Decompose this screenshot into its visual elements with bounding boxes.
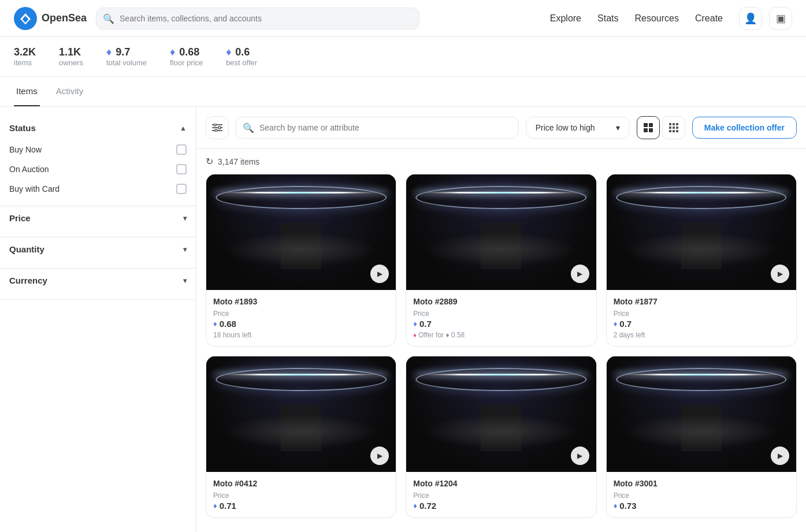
stat-volume: ♦ 9.7 total volume — [106, 46, 147, 67]
nft-name: Moto #1877 — [614, 297, 789, 306]
on-auction-checkbox[interactable] — [176, 164, 187, 174]
header: OpenSea 🔍 Explore Stats Resources Create… — [0, 0, 806, 37]
volume-label: total volume — [106, 58, 147, 67]
nft-card-info: Moto #3001 Price ♦ 0.73 — [607, 472, 796, 518]
svg-rect-8 — [644, 128, 648, 132]
global-search-input[interactable] — [96, 8, 419, 29]
sort-label: Price low to high — [536, 123, 595, 132]
best-offer-value: ♦ 0.6 — [226, 46, 257, 58]
play-icon[interactable]: ▶ — [571, 265, 589, 283]
nft-price-label: Price — [213, 310, 389, 318]
status-header[interactable]: Status ▲ — [9, 116, 187, 140]
logo[interactable]: OpenSea — [14, 7, 87, 30]
nft-card[interactable]: ▶ Moto #1204 Price ♦ 0.72 — [406, 356, 596, 518]
tab-activity[interactable]: Activity — [54, 77, 86, 106]
price-header[interactable]: Price ▾ — [9, 206, 187, 230]
nft-card-info: Moto #1877 Price ♦ 0.7 2 days left — [607, 290, 796, 346]
nft-grid: ▶ Moto #1893 Price ♦ 0.68 18 hours left … — [206, 174, 797, 532]
nft-glow-ring — [416, 368, 586, 391]
wallet-icon-button[interactable]: ▣ — [769, 7, 792, 30]
svg-rect-7 — [649, 123, 653, 127]
sort-dropdown[interactable]: Price low to high ▾ — [526, 117, 630, 139]
filter-toggle-button[interactable] — [206, 116, 229, 139]
global-search: 🔍 — [96, 8, 419, 29]
quantity-header[interactable]: Quantity ▾ — [9, 237, 187, 261]
nft-card-info: Moto #0412 Price ♦ 0.71 — [206, 472, 396, 518]
nft-card[interactable]: ▶ Moto #0412 Price ♦ 0.71 — [206, 356, 396, 518]
nft-price-label: Price — [614, 310, 789, 318]
nav: Explore Stats Resources Create — [550, 13, 723, 24]
nft-scene — [206, 174, 396, 290]
nft-card-info: Moto #1204 Price ♦ 0.72 — [406, 472, 596, 518]
nft-name: Moto #3001 — [614, 479, 789, 488]
tabs: Items Activity — [0, 77, 806, 107]
eth-icon: ♦ — [413, 319, 417, 328]
nft-sublabel: 18 hours left — [213, 331, 389, 339]
search-icon: 🔍 — [103, 13, 114, 24]
items-count-label: 3,147 items — [218, 157, 259, 166]
grid-small-button[interactable] — [662, 116, 685, 139]
owners-value: 1.1K — [59, 46, 83, 58]
main-layout: Status ▲ Buy Now On Auction Buy with Car… — [0, 107, 806, 532]
buy-now-checkbox[interactable] — [176, 144, 187, 155]
nft-silhouette — [281, 223, 321, 269]
status-section: Status ▲ Buy Now On Auction Buy with Car… — [0, 116, 196, 206]
nft-silhouette — [481, 223, 521, 269]
nft-price: 0.71 — [220, 501, 236, 511]
nft-card-image: ▶ — [406, 356, 596, 472]
eth-symbol-floor: ♦ — [170, 46, 175, 58]
tab-items[interactable]: Items — [14, 77, 40, 106]
nav-create[interactable]: Create — [695, 13, 723, 24]
nav-stats[interactable]: Stats — [597, 13, 618, 24]
price-label: Price — [9, 213, 31, 223]
items-count: ↻ 3,147 items — [206, 149, 797, 174]
play-icon[interactable]: ▶ — [771, 265, 789, 283]
item-search-input[interactable] — [236, 117, 519, 139]
buy-with-card-checkbox[interactable] — [176, 184, 187, 194]
logo-icon — [14, 7, 37, 30]
eth-symbol-offer: ♦ — [226, 46, 231, 58]
nft-price-value: ♦ 0.68 — [213, 319, 389, 329]
nft-card-image: ▶ — [206, 356, 396, 472]
stats-bar: 3.2K items 1.1K owners ♦ 9.7 total volum… — [0, 37, 806, 77]
nft-sublabel: 2 days left — [614, 331, 789, 339]
nft-price-value: ♦ 0.73 — [614, 501, 789, 511]
svg-point-5 — [215, 129, 217, 132]
nft-price-label: Price — [614, 492, 789, 500]
make-collection-offer-button[interactable]: Make collection offer — [692, 117, 797, 139]
toolbar: 🔍 Price low to high ▾ — [196, 107, 806, 149]
nft-card[interactable]: ▶ Moto #2889 Price ♦ 0.7 ♦ Offer for ♦ 0… — [406, 174, 596, 347]
items-label: items — [14, 58, 36, 67]
nft-silhouette — [681, 223, 722, 269]
nft-glow-ring — [616, 186, 787, 209]
nft-price-label: Price — [213, 492, 389, 500]
play-icon[interactable]: ▶ — [571, 447, 589, 465]
nft-price-value: ♦ 0.72 — [413, 501, 589, 511]
nft-card[interactable]: ▶ Moto #1893 Price ♦ 0.68 18 hours left — [206, 174, 396, 347]
nft-card-info: Moto #2889 Price ♦ 0.7 ♦ Offer for ♦ 0.5… — [406, 290, 596, 346]
svg-rect-12 — [676, 123, 678, 125]
buy-now-filter: Buy Now — [9, 140, 187, 159]
nft-price-value: ♦ 0.71 — [213, 501, 389, 511]
best-offer-label: best offer — [226, 58, 257, 67]
eth-icon: ♦ — [213, 319, 217, 328]
nft-card[interactable]: ▶ Moto #1877 Price ♦ 0.7 2 days left — [606, 174, 797, 347]
profile-icon-button[interactable]: 👤 — [739, 7, 762, 30]
content-area: 🔍 Price low to high ▾ — [196, 107, 806, 532]
price-section: Price ▾ — [0, 206, 196, 237]
grid-large-button[interactable] — [637, 116, 660, 139]
currency-label: Currency — [9, 276, 47, 285]
nft-card-image: ▶ — [607, 356, 796, 472]
nft-card[interactable]: ▶ Moto #3001 Price ♦ 0.73 — [606, 356, 797, 518]
currency-header[interactable]: Currency ▾ — [9, 269, 187, 292]
nft-silhouette — [481, 405, 521, 451]
nav-explore[interactable]: Explore — [550, 13, 581, 24]
refresh-icon[interactable]: ↻ — [206, 156, 213, 167]
nav-resources[interactable]: Resources — [634, 13, 678, 24]
nft-card-image: ▶ — [206, 174, 396, 290]
nft-glow-ring — [216, 186, 386, 209]
floor-value: ♦ 0.68 — [170, 46, 203, 58]
play-icon[interactable]: ▶ — [771, 447, 789, 465]
svg-rect-15 — [676, 127, 678, 129]
nft-card-image: ▶ — [607, 174, 796, 290]
